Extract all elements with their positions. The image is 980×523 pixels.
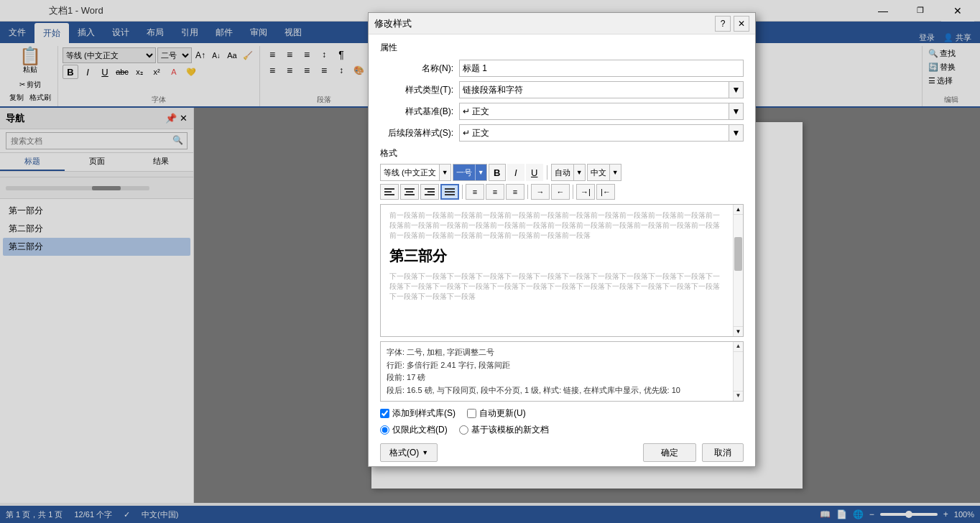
dialog-underline-btn[interactable]: U bbox=[526, 164, 543, 181]
modify-style-dialog: 修改样式 ? ✕ 属性 名称(N): 样式类型(T): bbox=[368, 12, 756, 467]
format-btn-arrow: ▼ bbox=[422, 449, 428, 456]
svg-rect-3 bbox=[405, 188, 415, 190]
based-on-template-radio[interactable] bbox=[459, 425, 468, 435]
style-type-dropdown-arrow[interactable]: ▼ bbox=[729, 82, 743, 98]
align-center2-dialog-btn[interactable]: ≡ bbox=[486, 184, 504, 200]
style-type-value: 链接段落和字符 bbox=[460, 84, 729, 96]
add-to-gallery-checkbox[interactable] bbox=[380, 409, 389, 418]
properties-section-label: 属性 bbox=[380, 42, 744, 54]
preview-area: 前一段落前一段落前一段落前一段落前一段落前一段落前一段落前一段落前一段落前一段落… bbox=[380, 204, 744, 337]
style-based-value: ↵ 正文 bbox=[460, 106, 729, 118]
preview-next-text: 下一段落下一段落下一段落下一段落下一段落下一段落下一段落下一段落下一段落下一段落… bbox=[389, 272, 723, 302]
description-area: 字体: 二号, 加粗, 字距调整二号 行距: 多倍行距 2.41 字行, 段落间… bbox=[380, 341, 744, 402]
svg-rect-7 bbox=[427, 191, 435, 193]
align-right2-dialog-btn[interactable]: ≡ bbox=[506, 184, 524, 200]
name-input[interactable] bbox=[459, 60, 744, 77]
ok-btn[interactable]: 确定 bbox=[643, 443, 696, 462]
add-to-gallery-checkbox-label[interactable]: 添加到样式库(S) bbox=[380, 407, 456, 420]
based-on-template-radio-label[interactable]: 基于该模板的新文档 bbox=[459, 424, 549, 436]
align-center-dialog-btn[interactable] bbox=[400, 184, 419, 200]
svg-rect-4 bbox=[406, 191, 413, 193]
svg-rect-11 bbox=[445, 194, 455, 195]
align-justify-dialog-btn[interactable] bbox=[440, 184, 459, 200]
svg-rect-6 bbox=[425, 188, 435, 190]
next-style-value: ↵ 正文 bbox=[460, 127, 729, 139]
style-based-dropdown-arrow[interactable]: ▼ bbox=[729, 103, 743, 119]
auto-update-checkbox-label[interactable]: 自动更新(U) bbox=[467, 407, 526, 420]
format-section-label: 格式 bbox=[380, 147, 744, 159]
dialog-color: 自动 bbox=[552, 167, 573, 178]
preview-scroll-down[interactable]: ▼ bbox=[734, 326, 743, 336]
style-type-label: 样式类型(T): bbox=[380, 84, 459, 96]
dialog-font-name-arrow[interactable]: ▼ bbox=[439, 165, 450, 180]
dialog-lang-arrow[interactable]: ▼ bbox=[609, 165, 621, 180]
align-right-dialog-btn[interactable] bbox=[420, 184, 439, 200]
svg-rect-10 bbox=[445, 191, 455, 193]
next-style-dropdown-arrow[interactable]: ▼ bbox=[729, 125, 743, 141]
svg-rect-8 bbox=[425, 194, 435, 195]
dialog-bold-btn[interactable]: B bbox=[489, 164, 506, 181]
only-this-doc-radio[interactable] bbox=[380, 425, 389, 435]
svg-rect-0 bbox=[384, 188, 394, 190]
indent-decrease-btn[interactable]: ← bbox=[551, 184, 570, 200]
desc-scroll-up[interactable]: ▲ bbox=[734, 342, 743, 352]
dialog-font-size-arrow[interactable]: ▼ bbox=[475, 165, 486, 180]
dialog-font-size: 一号 bbox=[453, 167, 475, 178]
dialog-help-btn[interactable]: ? bbox=[715, 16, 731, 32]
svg-rect-9 bbox=[445, 188, 455, 190]
desc-scroll-down[interactable]: ▼ bbox=[734, 391, 743, 401]
dialog-font-name: 等线 (中文正文 bbox=[381, 167, 439, 178]
preview-heading-text: 第三部分 bbox=[389, 246, 723, 266]
auto-update-checkbox[interactable] bbox=[467, 409, 476, 418]
indent-increase2-btn[interactable]: →| bbox=[576, 184, 595, 200]
dialog-italic-btn[interactable]: I bbox=[507, 164, 524, 181]
dialog-lang: 中文 bbox=[588, 167, 609, 178]
indent-decrease2-btn[interactable]: |← bbox=[596, 184, 615, 200]
format-btn[interactable]: 格式(O) ▼ bbox=[380, 443, 438, 462]
next-style-label: 后续段落样式(S): bbox=[380, 127, 459, 139]
dialog-close-btn[interactable]: ✕ bbox=[734, 16, 749, 32]
svg-rect-5 bbox=[405, 194, 415, 195]
align-left2-dialog-btn[interactable]: ≡ bbox=[466, 184, 484, 200]
align-left-dialog-btn[interactable] bbox=[380, 184, 399, 200]
only-this-doc-radio-label[interactable]: 仅限此文档(D) bbox=[380, 424, 448, 436]
name-label: 名称(N): bbox=[380, 63, 459, 75]
indent-increase-btn[interactable]: → bbox=[531, 184, 550, 200]
dialog-color-arrow[interactable]: ▼ bbox=[573, 165, 585, 180]
svg-rect-2 bbox=[384, 194, 394, 195]
preview-scroll-up[interactable]: ▲ bbox=[734, 205, 743, 215]
dialog-title: 修改样式 bbox=[374, 17, 715, 30]
preview-prev-text: 前一段落前一段落前一段落前一段落前一段落前一段落前一段落前一段落前一段落前一段落… bbox=[389, 210, 723, 241]
cancel-btn[interactable]: 取消 bbox=[702, 443, 744, 462]
style-based-label: 样式基准(B): bbox=[380, 106, 459, 118]
svg-rect-1 bbox=[384, 191, 392, 193]
modal-overlay: 修改样式 ? ✕ 属性 名称(N): 样式类型(T): bbox=[0, 0, 980, 523]
